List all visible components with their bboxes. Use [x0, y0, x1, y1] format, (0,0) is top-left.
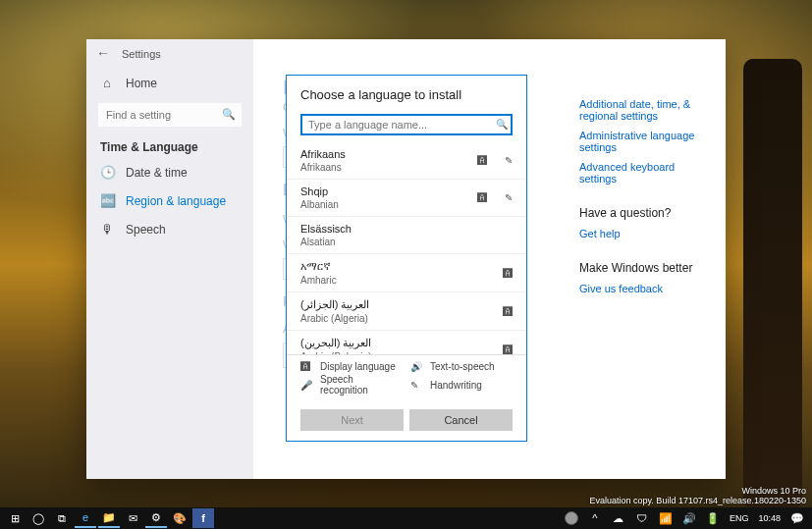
language-item[interactable]: العربية (الجزائر)Arabic (Algeria)🅰	[287, 291, 526, 330]
explorer-icon[interactable]: 📁	[98, 508, 120, 528]
dialog-title: Choose a language to install	[287, 76, 526, 114]
feature-icons: 🅰	[503, 344, 513, 355]
language-native: Afrikaans	[300, 148, 477, 160]
question-title: Have a question?	[579, 206, 712, 220]
clock-icon: 🕒	[100, 165, 114, 180]
sidebar-item-region-language[interactable]: 🔤 Region & language	[86, 186, 253, 215]
facebook-icon[interactable]: f	[192, 508, 214, 528]
handwriting-icon: ✎	[505, 155, 513, 166]
handwriting-icon: ✎	[505, 192, 513, 203]
legend-label: Display language	[320, 361, 396, 372]
sidebar: ⌂ Home 🔍 Time & Language 🕒 Date & time 🔤…	[86, 39, 253, 479]
feedback-link[interactable]: Give us feedback	[579, 283, 712, 294]
tray-avatar[interactable]	[561, 508, 582, 528]
tray-clock[interactable]: 10:48	[754, 513, 785, 523]
legend-tts: 🔊Text-to-speech	[410, 361, 513, 372]
language-item[interactable]: ShqipAlbanian🅰✎	[287, 179, 526, 216]
get-help-link[interactable]: Get help	[579, 228, 712, 239]
sidebar-section-title: Time & Language	[86, 132, 253, 158]
display-icon: 🅰	[300, 361, 312, 372]
related-link[interactable]: Administrative language settings	[579, 130, 712, 153]
language-english: Amharic	[300, 275, 503, 286]
sidebar-item-label: Region & language	[126, 194, 226, 208]
language-native: العربية (البحرين)	[300, 337, 503, 349]
action-center-icon[interactable]: 💬	[786, 508, 808, 528]
related-link[interactable]: Advanced keyboard settings	[579, 161, 712, 185]
language-native: Elsässisch	[300, 223, 513, 235]
language-native: Shqip	[300, 185, 477, 197]
microphone-icon: 🎙	[100, 222, 114, 237]
legend-label: Handwriting	[430, 380, 482, 391]
handwriting-icon: ✎	[410, 380, 422, 391]
dialog-buttons: Next Cancel	[287, 401, 526, 441]
tray-onedrive-icon[interactable]: ☁	[608, 508, 629, 528]
sidebar-search: 🔍	[98, 103, 242, 127]
tts-icon: 🔊	[410, 361, 422, 372]
language-list[interactable]: AfrikaansAfrikaans🅰✎ShqipAlbanian🅰✎Elsäs…	[287, 141, 526, 354]
system-tray: ^ ☁ 🛡 📶 🔊 🔋 ENG 10:48 💬	[561, 508, 808, 528]
language-item[interactable]: አማርኛAmharic🅰	[287, 253, 526, 291]
choose-language-dialog: Choose a language to install 🔍 Afrikaans…	[286, 75, 527, 442]
legend-handwriting: ✎Handwriting	[410, 374, 513, 396]
home-icon: ⌂	[100, 76, 114, 90]
display-icon: 🅰	[503, 344, 513, 355]
build-line: Evaluation copy. Build 17107.rs4_release…	[590, 496, 807, 505]
legend-label: Text-to-speech	[430, 361, 495, 372]
feature-icons: 🅰✎	[477, 155, 513, 166]
sidebar-item-speech[interactable]: 🎙 Speech	[86, 215, 253, 243]
next-button[interactable]: Next	[300, 409, 404, 431]
build-watermark: Windows 10 Pro Evaluation copy. Build 17…	[590, 486, 807, 505]
sidebar-item-date-time[interactable]: 🕒 Date & time	[86, 158, 253, 186]
tray-defender-icon[interactable]: 🛡	[631, 508, 653, 528]
display-icon: 🅰	[503, 306, 513, 317]
feature-icons: 🅰✎	[477, 192, 513, 203]
tray-arrow-icon[interactable]: ^	[584, 508, 606, 528]
search-icon: 🔍	[222, 108, 236, 121]
mail-icon[interactable]: ✉	[122, 508, 143, 528]
back-button[interactable]: ←	[96, 45, 114, 63]
language-icon: 🔤	[100, 193, 114, 208]
task-view-button[interactable]: ⧉	[51, 508, 73, 528]
language-english: Alsatian	[300, 237, 513, 247]
related-links-column: Additional date, time, & regional settin…	[579, 98, 712, 294]
sidebar-home-label: Home	[126, 77, 157, 90]
taskbar: ⊞ ◯ ⧉ e 📁 ✉ ⚙ 🎨 f ^ ☁ 🛡 📶 🔊 🔋 ENG 10:48 …	[0, 507, 812, 529]
tray-battery-icon[interactable]: 🔋	[702, 508, 724, 528]
sidebar-item-label: Speech	[126, 223, 166, 237]
feedback-title: Make Windows better	[579, 261, 712, 275]
language-item[interactable]: العربية (البحرين)Arabic (Bahrain)🅰	[287, 330, 526, 354]
language-item[interactable]: AfrikaansAfrikaans🅰✎	[287, 142, 526, 179]
feature-icons: 🅰	[503, 268, 513, 279]
cancel-button[interactable]: Cancel	[409, 409, 513, 431]
tray-network-icon[interactable]: 📶	[655, 508, 677, 528]
language-english: Arabic (Algeria)	[300, 313, 503, 324]
speech-icon: 🎤	[300, 380, 312, 391]
display-icon: 🅰	[477, 192, 487, 203]
start-button[interactable]: ⊞	[4, 508, 26, 528]
legend-speech: 🎤Speech recognition	[300, 374, 403, 396]
build-line: Windows 10 Pro	[590, 486, 807, 496]
cortana-button[interactable]: ◯	[27, 508, 49, 528]
tray-volume-icon[interactable]: 🔊	[678, 508, 700, 528]
paint-icon[interactable]: 🎨	[169, 508, 190, 528]
sidebar-home[interactable]: ⌂ Home	[86, 69, 253, 97]
edge-icon[interactable]: e	[75, 508, 96, 528]
feature-legend: 🅰Display language 🔊Text-to-speech 🎤Speec…	[287, 354, 526, 401]
language-native: አማርኛ	[300, 260, 503, 273]
display-icon: 🅰	[503, 268, 513, 279]
language-item[interactable]: ElsässischAlsatian	[287, 216, 526, 253]
language-search-input[interactable]	[300, 114, 513, 135]
display-icon: 🅰	[477, 155, 487, 166]
window-title: Settings	[122, 48, 161, 60]
settings-icon[interactable]: ⚙	[145, 508, 167, 528]
feature-icons: 🅰	[503, 306, 513, 317]
legend-label: Speech recognition	[320, 374, 403, 396]
legend-display: 🅰Display language	[300, 361, 403, 372]
language-english: Albanian	[300, 199, 477, 210]
tray-language[interactable]: ENG	[726, 513, 753, 523]
dialog-search: 🔍	[300, 114, 513, 135]
search-icon: 🔍	[496, 119, 508, 130]
related-link[interactable]: Additional date, time, & regional settin…	[579, 98, 712, 122]
language-native: العربية (الجزائر)	[300, 298, 503, 311]
search-input[interactable]	[98, 103, 242, 127]
